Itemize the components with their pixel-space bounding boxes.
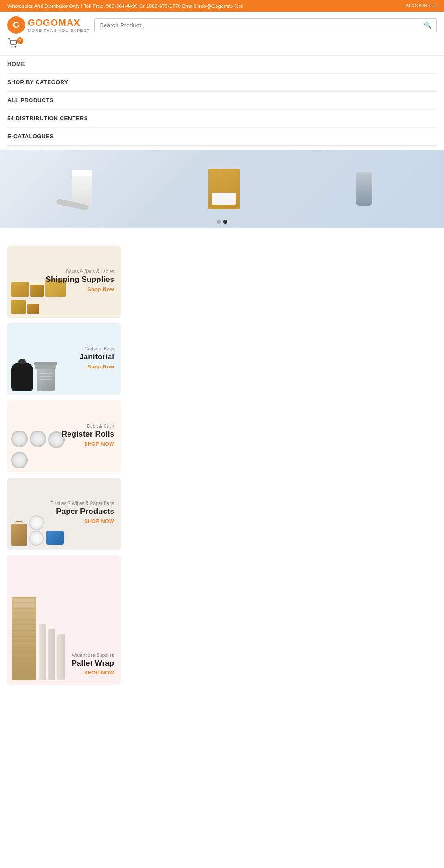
cart-area: 2 [0, 36, 444, 55]
hero-content [0, 164, 444, 214]
category-card-register[interactable]: Debit & Cash Register Rolls SHOP NOW [7, 400, 121, 472]
hero-box-illustration [208, 169, 240, 209]
category-card-paper[interactable]: Tissues $ Wipes & Paper Bags Paper Produ… [7, 478, 121, 550]
card-content-pallet: Warehouse Supplies Pallet Wrap SHOP NOW [7, 555, 121, 685]
card-subtitle-register: Debit & Cash [87, 424, 114, 429]
logo-icon: G [7, 16, 25, 34]
hero-dot-1[interactable] [217, 220, 221, 224]
account-button[interactable]: ACCOUNT ☰ [406, 3, 437, 9]
search-input[interactable] [95, 19, 419, 32]
search-bar: 🔍 [94, 18, 437, 32]
top-bar-message: Wholesaler And Distributor Only ! Toll F… [7, 3, 406, 9]
nav-item-distribution-centers[interactable]: 54 DISTRIBUTION CENTERS [7, 110, 437, 128]
nav-item-home[interactable]: HOME [7, 56, 437, 74]
hero-jug-illustration [356, 172, 372, 206]
card-subtitle-janitorial: Garbage Bags [85, 346, 115, 351]
logo-name: GOGOMAX [28, 18, 90, 28]
card-title-register: Register Rolls [62, 430, 114, 439]
card-title-pallet: Pallet Wrap [72, 659, 114, 668]
logo-tagline: MORE THAN YOU EXPECT [28, 28, 90, 33]
hero-cup-illustration [72, 170, 92, 207]
nav-item-e-catalogues[interactable]: E-CATALOGUES [7, 128, 437, 146]
category-card-pallet[interactable]: Warehouse Supplies Pallet Wrap SHOP NOW [7, 555, 121, 685]
cart-badge: 2 [17, 37, 23, 44]
cart-icon[interactable]: 2 [7, 37, 23, 53]
card-cta-janitorial[interactable]: Shop Now [87, 364, 114, 369]
card-content-paper: Tissues $ Wipes & Paper Bags Paper Produ… [7, 478, 121, 547]
card-cta-pallet[interactable]: SHOP NOW [84, 670, 114, 675]
card-title-shipping: Shipping Supplies [46, 275, 114, 284]
nav-item-all-products[interactable]: ALL PRODUCTS [7, 92, 437, 110]
card-title-janitorial: Janitorial [79, 352, 114, 362]
logo[interactable]: G GOGOMAX MORE THAN YOU EXPECT [7, 16, 90, 34]
header: G GOGOMAX MORE THAN YOU EXPECT 🔍 [0, 12, 444, 36]
nav: HOME SHOP BY CATEGORY ALL PRODUCTS 54 DI… [0, 55, 444, 146]
card-content-janitorial: Garbage Bags Janitorial Shop Now [7, 323, 121, 393]
card-cta-shipping[interactable]: Shop Now [87, 287, 114, 292]
svg-point-0 [12, 46, 13, 48]
nav-item-shop-by-category[interactable]: SHOP BY CATEGORY [7, 74, 437, 92]
category-card-janitorial[interactable]: Garbage Bags Janitorial Shop Now [7, 323, 121, 395]
svg-point-1 [15, 46, 16, 48]
category-card-shipping[interactable]: Boxes & Bags & Lables Shipping Supplies … [7, 246, 121, 318]
search-button[interactable]: 🔍 [419, 19, 436, 32]
card-subtitle-paper: Tissues $ Wipes & Paper Bags [51, 501, 114, 506]
card-cta-paper[interactable]: SHOP NOW [84, 518, 114, 524]
top-bar: Wholesaler And Distributor Only ! Toll F… [0, 0, 444, 12]
hero-dots [217, 220, 227, 224]
hero-banner [0, 150, 444, 228]
card-content-shipping: Boxes & Bags & Lables Shipping Supplies … [7, 246, 121, 315]
categories-section: Boxes & Bags & Lables Shipping Supplies … [0, 237, 444, 699]
card-cta-register[interactable]: SHOP NOW [84, 441, 114, 447]
hero-dot-2[interactable] [223, 220, 227, 224]
card-title-paper: Paper Products [56, 507, 114, 516]
card-subtitle-pallet: Warehouse Supplies [72, 653, 114, 658]
card-subtitle-shipping: Boxes & Bags & Lables [66, 269, 114, 274]
card-content-register: Debit & Cash Register Rolls SHOP NOW [7, 400, 121, 470]
